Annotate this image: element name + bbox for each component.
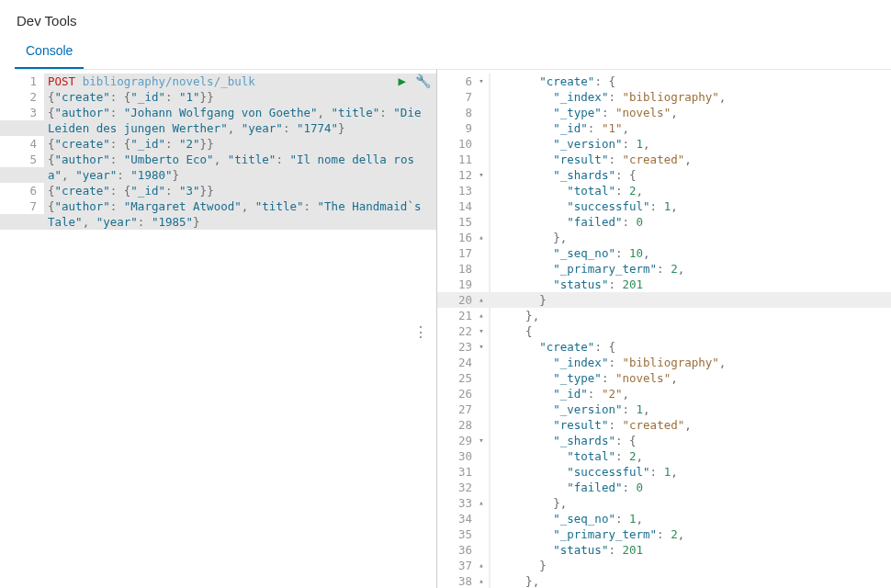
fold-toggle-icon[interactable]: ▴	[476, 308, 487, 323]
line-content: "_version": 1,	[492, 136, 891, 152]
fold-toggle-icon[interactable]: ▴	[476, 495, 487, 511]
line-number: 32	[437, 480, 476, 495]
fold-toggle-icon[interactable]: ▾	[476, 323, 487, 339]
line-number: 24	[437, 355, 476, 370]
line-content: },	[492, 230, 891, 245]
line-number: 5	[0, 152, 44, 167]
line-number: 8	[437, 105, 476, 120]
line-content: }	[492, 558, 891, 573]
fold-spacer	[476, 183, 487, 198]
fold-toggle-icon[interactable]: ▾	[476, 167, 487, 183]
line-number: 25	[437, 370, 476, 386]
wrench-icon[interactable]: 🔧	[415, 74, 431, 89]
response-line: 30 "total": 2,	[437, 448, 891, 464]
line-content: "result": "created",	[492, 152, 891, 167]
panel-resize-handle[interactable]: ⋮	[413, 323, 428, 341]
line-content: "create": {	[492, 339, 891, 355]
response-line: 36 "status": 201	[437, 542, 891, 558]
line-content[interactable]: POST bibliography/novels/_bulk	[44, 74, 436, 89]
fold-spacer	[476, 120, 487, 136]
response-line: 28 "result": "created",	[437, 417, 891, 433]
line-content[interactable]: {"create": {"_id": "1"}}	[44, 89, 436, 105]
line-content: "_shards": {	[492, 433, 891, 448]
response-line: 29▾ "_shards": {	[437, 433, 891, 448]
line-content: "_index": "bibliography",	[492, 355, 891, 370]
line-content: {	[492, 323, 891, 339]
line-content: "total": 2,	[492, 448, 891, 464]
line-content[interactable]: {"create": {"_id": "3"}}	[44, 183, 436, 198]
fold-toggle-icon[interactable]: ▴	[476, 292, 487, 308]
editor-line[interactable]: 3{"author": "Johann Wolfgang von Goethe"…	[0, 105, 436, 136]
console-panels: ▶ 🔧 1POST bibliography/novels/_bulk2{"cr…	[0, 70, 891, 588]
response-line: 15 "failed": 0	[437, 214, 891, 230]
fold-spacer	[476, 245, 487, 261]
line-number: 37	[437, 558, 476, 573]
line-content: }	[492, 292, 891, 308]
line-number: 18	[437, 261, 476, 277]
line-content: "successful": 1,	[492, 464, 891, 480]
fold-spacer	[476, 370, 487, 386]
play-icon[interactable]: ▶	[399, 74, 406, 89]
line-number: 13	[437, 183, 476, 198]
response-line: 34 "_seq_no": 1,	[437, 511, 891, 526]
line-number: 1	[0, 74, 44, 89]
line-number: 14	[437, 198, 476, 214]
fold-toggle-icon[interactable]: ▴	[476, 558, 487, 573]
fold-spacer	[476, 464, 487, 480]
line-content: "_type": "novels",	[492, 105, 891, 120]
line-number: 29	[437, 433, 476, 448]
response-line: 26 "_id": "2",	[437, 386, 891, 401]
line-content: },	[492, 495, 891, 511]
response-viewer[interactable]: 6▾ "create": {7 "_index": "bibliography"…	[437, 70, 891, 588]
response-line: 21▴ },	[437, 308, 891, 323]
editor-line[interactable]: 5{"author": "Umberto Eco", "title": "Il …	[0, 152, 436, 183]
line-number: 20	[437, 292, 476, 308]
fold-toggle-icon[interactable]: ▾	[476, 74, 487, 89]
line-number: 35	[437, 526, 476, 542]
response-line: 35 "_primary_term": 2,	[437, 526, 891, 542]
line-content: "_shards": {	[492, 167, 891, 183]
fold-toggle-icon[interactable]: ▴	[476, 573, 487, 588]
line-content: "create": {	[492, 74, 891, 89]
line-content: "_seq_no": 1,	[492, 511, 891, 526]
line-content: "total": 2,	[492, 183, 891, 198]
fold-toggle-icon[interactable]: ▾	[476, 339, 487, 355]
editor-line[interactable]: 2{"create": {"_id": "1"}}	[0, 89, 436, 105]
editor-line[interactable]: 6{"create": {"_id": "3"}}	[0, 183, 436, 198]
fold-spacer	[476, 448, 487, 464]
fold-spacer	[476, 89, 487, 105]
line-content[interactable]: {"author": "Margaret Atwood", "title": "…	[44, 198, 436, 230]
line-content[interactable]: {"author": "Umberto Eco", "title": "Il n…	[44, 152, 436, 183]
fold-spacer	[476, 214, 487, 230]
fold-spacer	[476, 386, 487, 401]
editor-line[interactable]: 1POST bibliography/novels/_bulk	[0, 74, 436, 89]
response-line: 27 "_version": 1,	[437, 401, 891, 417]
line-number: 17	[437, 245, 476, 261]
line-number: 23	[437, 339, 476, 355]
line-number: 3	[0, 105, 44, 120]
fold-toggle-icon[interactable]: ▴	[476, 230, 487, 245]
fold-spacer	[476, 526, 487, 542]
editor-line[interactable]: 4{"create": {"_id": "2"}}	[0, 136, 436, 152]
response-line: 17 "_seq_no": 10,	[437, 245, 891, 261]
response-line: 22▾ {	[437, 323, 891, 339]
line-content: "_index": "bibliography",	[492, 89, 891, 105]
fold-spacer	[476, 401, 487, 417]
line-number: 7	[437, 89, 476, 105]
response-line: 13 "total": 2,	[437, 183, 891, 198]
line-content[interactable]: {"create": {"_id": "2"}}	[44, 136, 436, 152]
fold-spacer	[476, 105, 487, 120]
line-content: "_id": "2",	[492, 386, 891, 401]
line-number: 21	[437, 308, 476, 323]
response-line: 9 "_id": "1",	[437, 120, 891, 136]
line-number: 26	[437, 386, 476, 401]
fold-toggle-icon[interactable]: ▾	[476, 433, 487, 448]
line-content[interactable]: {"author": "Johann Wolfgang von Goethe",…	[44, 105, 436, 136]
response-line: 38▴ },	[437, 573, 891, 588]
request-editor[interactable]: ▶ 🔧 1POST bibliography/novels/_bulk2{"cr…	[0, 70, 437, 588]
editor-line[interactable]: 7{"author": "Margaret Atwood", "title": …	[0, 198, 436, 230]
line-content: "_primary_term": 2,	[492, 261, 891, 277]
tab-console[interactable]: Console	[15, 36, 84, 69]
response-line: 6▾ "create": {	[437, 74, 891, 89]
line-content: "status": 201	[492, 542, 891, 558]
